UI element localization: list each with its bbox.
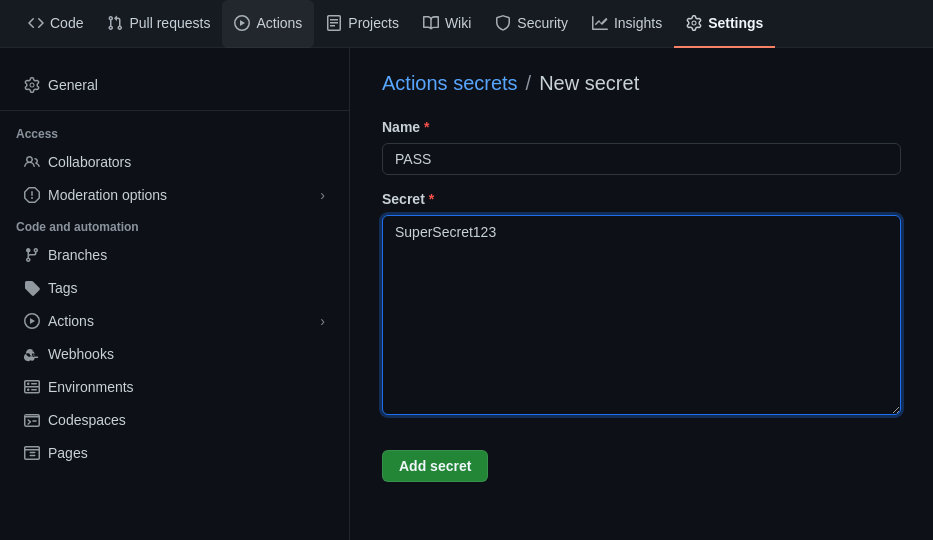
nav-code[interactable]: Code	[16, 0, 95, 48]
actions-sidebar-icon	[24, 313, 40, 329]
nav-security-label: Security	[517, 15, 568, 31]
code-icon	[28, 15, 44, 31]
people-icon	[24, 154, 40, 170]
sidebar-collaborators-label: Collaborators	[48, 154, 131, 170]
sidebar-general-label: General	[48, 77, 98, 93]
secret-label-text: Secret	[382, 191, 425, 207]
breadcrumb-current: New secret	[539, 72, 639, 95]
actions-chevron-icon: ›	[320, 313, 325, 329]
sidebar-codespaces-label: Codespaces	[48, 412, 126, 428]
pull-request-icon	[107, 15, 123, 31]
sidebar-general-section: General	[0, 64, 349, 111]
nav-insights-label: Insights	[614, 15, 662, 31]
sidebar: General Access Collaborators Moderation …	[0, 48, 350, 540]
nav-code-label: Code	[50, 15, 83, 31]
insights-icon	[592, 15, 608, 31]
secret-form-group: Secret * SuperSecret123	[382, 191, 901, 418]
nav-wiki-label: Wiki	[445, 15, 471, 31]
git-branch-icon	[24, 247, 40, 263]
tag-icon	[24, 280, 40, 296]
sidebar-item-actions[interactable]: Actions ›	[8, 305, 341, 337]
nav-wiki[interactable]: Wiki	[411, 0, 483, 48]
sidebar-actions-label: Actions	[48, 313, 94, 329]
codespaces-icon	[24, 412, 40, 428]
sidebar-webhooks-label: Webhooks	[48, 346, 114, 362]
name-input[interactable]	[382, 143, 901, 175]
nav-actions[interactable]: Actions	[222, 0, 314, 48]
secret-textarea[interactable]: SuperSecret123	[382, 215, 901, 415]
sidebar-item-collaborators[interactable]: Collaborators	[8, 146, 341, 178]
secret-required: *	[429, 191, 434, 207]
moderation-chevron-icon: ›	[320, 187, 325, 203]
name-label: Name *	[382, 119, 901, 135]
secret-label: Secret *	[382, 191, 901, 207]
breadcrumb-link[interactable]: Actions secrets	[382, 72, 518, 95]
sidebar-moderation-label: Moderation options	[48, 187, 167, 203]
actions-nav-icon	[234, 15, 250, 31]
server-icon	[24, 379, 40, 395]
name-form-group: Name *	[382, 119, 901, 175]
breadcrumb: Actions secrets / New secret	[382, 72, 901, 95]
name-required: *	[424, 119, 429, 135]
projects-icon	[326, 15, 342, 31]
nav-projects-label: Projects	[348, 15, 399, 31]
sidebar-item-codespaces[interactable]: Codespaces	[8, 404, 341, 436]
main-layout: General Access Collaborators Moderation …	[0, 48, 933, 540]
sidebar-code-automation-label: Code and automation	[0, 212, 349, 238]
add-secret-button[interactable]: Add secret	[382, 450, 488, 482]
name-label-text: Name	[382, 119, 420, 135]
report-icon	[24, 187, 40, 203]
nav-pull-requests[interactable]: Pull requests	[95, 0, 222, 48]
nav-pull-requests-label: Pull requests	[129, 15, 210, 31]
top-nav: Code Pull requests Actions Projects Wiki…	[0, 0, 933, 48]
general-icon	[24, 77, 40, 93]
nav-security[interactable]: Security	[483, 0, 580, 48]
browser-icon	[24, 445, 40, 461]
sidebar-environments-label: Environments	[48, 379, 134, 395]
sidebar-item-pages[interactable]: Pages	[8, 437, 341, 469]
nav-settings[interactable]: Settings	[674, 0, 775, 48]
sidebar-item-moderation[interactable]: Moderation options ›	[8, 179, 341, 211]
sidebar-pages-label: Pages	[48, 445, 88, 461]
sidebar-item-branches[interactable]: Branches	[8, 239, 341, 271]
nav-actions-label: Actions	[256, 15, 302, 31]
sidebar-item-tags[interactable]: Tags	[8, 272, 341, 304]
nav-insights[interactable]: Insights	[580, 0, 674, 48]
sidebar-tags-label: Tags	[48, 280, 78, 296]
nav-projects[interactable]: Projects	[314, 0, 411, 48]
sidebar-access-section-label: Access	[0, 119, 349, 145]
main-content: Actions secrets / New secret Name * Secr…	[350, 48, 933, 540]
settings-icon	[686, 15, 702, 31]
sidebar-item-environments[interactable]: Environments	[8, 371, 341, 403]
sidebar-item-general[interactable]: General	[8, 69, 341, 101]
wiki-icon	[423, 15, 439, 31]
nav-settings-label: Settings	[708, 15, 763, 31]
breadcrumb-separator: /	[526, 72, 532, 95]
sidebar-item-webhooks[interactable]: Webhooks	[8, 338, 341, 370]
webhook-icon	[24, 346, 40, 362]
security-icon	[495, 15, 511, 31]
sidebar-branches-label: Branches	[48, 247, 107, 263]
